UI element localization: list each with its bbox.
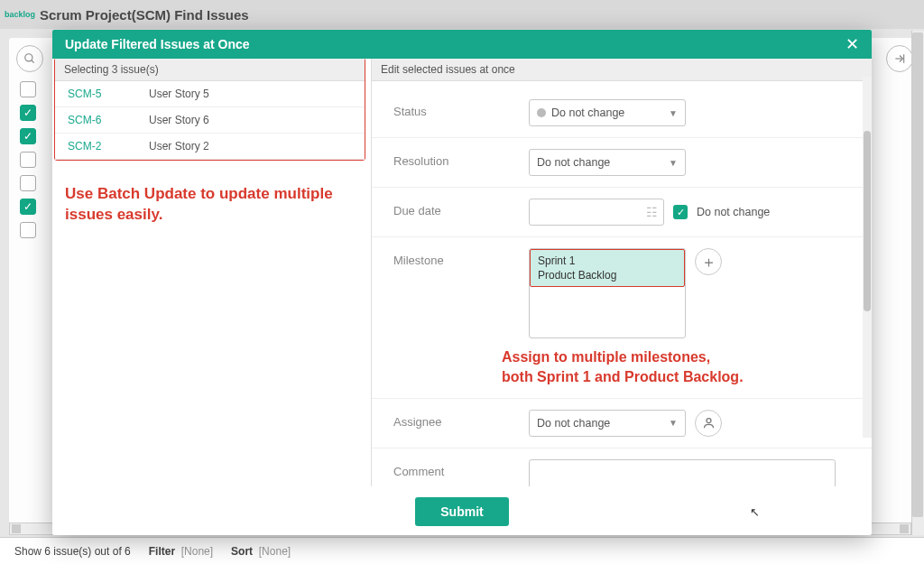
milestone-selected: Sprint 1 Product Backlog — [530, 249, 685, 287]
selected-issue-row[interactable]: SCM-2 User Story 2 — [55, 134, 365, 160]
resolution-select[interactable]: Do not change ▼ — [529, 149, 686, 176]
field-due-date: Due date ☷ ✓ Do not change — [372, 188, 872, 237]
svg-line-1 — [32, 60, 34, 63]
modal-title: Update Filtered Issues at Once — [65, 37, 250, 51]
issue-key: SCM-5 — [68, 88, 149, 100]
cursor-icon: ↖ — [750, 505, 760, 519]
selected-count: Selecting 3 issue(s) — [55, 59, 365, 81]
selected-issue-row[interactable]: SCM-6 User Story 6 — [55, 107, 365, 134]
chevron-down-icon: ▼ — [669, 108, 678, 118]
svg-point-0 — [25, 54, 32, 61]
status-label: Status — [393, 99, 529, 118]
issue-key: SCM-2 — [68, 140, 149, 153]
annotation-batch-update: Use Batch Update to update multiple issu… — [65, 184, 358, 226]
comment-label: Comment — [393, 459, 529, 478]
field-comment: Comment — [372, 448, 872, 486]
sort-value: [None] — [259, 545, 291, 558]
due-date-nochange-label: Do not change — [697, 206, 770, 218]
assignee-select[interactable]: Do not change ▼ — [529, 410, 686, 437]
edit-panel: Edit selected issues at once Status Do n… — [372, 59, 872, 486]
filter-value: [None] — [181, 545, 213, 558]
milestone-label: Milestone — [393, 248, 529, 267]
resolution-label: Resolution — [393, 149, 529, 168]
status-count: Show 6 issue(s) out of 6 — [14, 545, 131, 558]
modal-header: Update Filtered Issues at Once ✕ — [52, 30, 872, 59]
status-select[interactable]: Do not change ▼ — [529, 99, 686, 126]
page-title: Scrum Project(SCM) Find Issues — [40, 7, 249, 23]
due-date-label: Due date — [393, 199, 529, 217]
checkbox-row[interactable]: ✓ — [20, 199, 36, 215]
issue-checkbox-col: ✓ ✓ ✓ — [20, 81, 36, 238]
submit-button[interactable]: Submit — [415, 497, 508, 526]
page-header: backlog Scrum Project(SCM) Find Issues — [0, 0, 924, 29]
close-icon[interactable]: ✕ — [845, 34, 859, 54]
search-icon[interactable] — [16, 45, 43, 72]
field-assignee: Assignee Do not change ▼ — [372, 399, 872, 448]
chevron-down-icon: ▼ — [669, 418, 678, 428]
add-milestone-button[interactable]: ＋ — [695, 248, 722, 275]
due-date-nochange-checkbox[interactable]: ✓ — [673, 205, 688, 219]
page-scrollbar[interactable] — [911, 31, 924, 535]
milestone-select[interactable]: Sprint 1 Product Backlog — [529, 248, 686, 338]
assignee-label: Assignee — [393, 410, 529, 429]
selected-issues-panel: Selecting 3 issue(s) SCM-5 User Story 5 … — [52, 59, 372, 486]
due-date-input[interactable]: ☷ — [529, 199, 664, 226]
assign-to-me-button[interactable] — [695, 410, 722, 437]
field-status: Status Do not change ▼ — [372, 88, 872, 138]
status-bar: Show 6 issue(s) out of 6 Filter [None] S… — [0, 537, 924, 564]
field-milestone: Milestone Sprint 1 Product Backlog — [372, 237, 872, 399]
checkbox-row[interactable] — [20, 175, 36, 191]
checkbox-row[interactable] — [20, 222, 36, 238]
batch-update-modal: Update Filtered Issues at Once ✕ Selecti… — [52, 30, 872, 535]
checkbox-row[interactable]: ✓ — [20, 105, 36, 121]
issue-subject: User Story 2 — [149, 140, 209, 153]
issue-subject: User Story 5 — [149, 88, 209, 100]
annotation-milestone: Assign to multiple milestones, both Spri… — [502, 347, 744, 386]
comment-textarea[interactable] — [529, 459, 836, 486]
form-scrollbar[interactable] — [863, 77, 872, 438]
checkbox-row[interactable] — [20, 152, 36, 168]
checkbox-row[interactable]: ✓ — [20, 128, 36, 144]
issue-subject: User Story 6 — [149, 114, 209, 126]
calendar-icon: ☷ — [646, 205, 658, 219]
sort-label[interactable]: Sort — [231, 545, 253, 558]
selected-issue-row[interactable]: SCM-5 User Story 5 — [55, 81, 365, 107]
svg-point-4 — [707, 419, 711, 423]
status-dot-icon — [537, 108, 546, 117]
chevron-down-icon: ▼ — [669, 158, 678, 168]
filter-label[interactable]: Filter — [149, 545, 175, 558]
issue-key: SCM-6 — [68, 114, 149, 126]
checkbox-header[interactable] — [20, 81, 36, 97]
field-resolution: Resolution Do not change ▼ — [372, 138, 872, 188]
backlog-logo-icon: backlog — [7, 4, 32, 25]
collapse-panel-icon[interactable] — [886, 45, 913, 72]
modal-footer: Submit ↖ — [52, 486, 872, 535]
edit-panel-header: Edit selected issues at once — [372, 59, 872, 81]
